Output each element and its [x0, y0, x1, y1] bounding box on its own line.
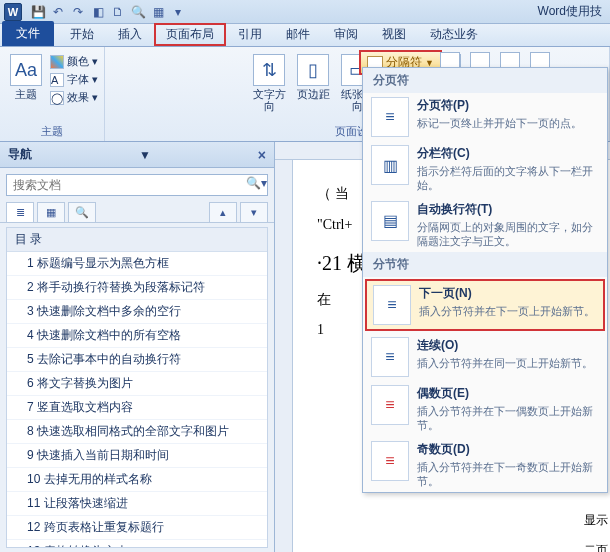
- text-direction-icon: ⇅: [253, 54, 285, 86]
- tab-dynamic[interactable]: 动态业务: [418, 23, 490, 46]
- toc-root[interactable]: 目 录: [7, 228, 267, 252]
- qat-icon[interactable]: 🔍: [130, 4, 146, 20]
- toc-item[interactable]: 4 快速删除文档中的所有空格: [7, 324, 267, 348]
- text-direction-button[interactable]: ⇅文字方向: [249, 50, 289, 112]
- themes-icon: Aa: [10, 54, 42, 86]
- qat-more-icon[interactable]: ▾: [170, 4, 186, 20]
- toc-list[interactable]: 目 录 1 标题编号显示为黑色方框2 将手动换行符替换为段落标记符3 快速删除文…: [6, 227, 268, 548]
- toc-item[interactable]: 7 竖直选取文档内容: [7, 396, 267, 420]
- ruler-vertical[interactable]: [275, 160, 293, 552]
- breaks-dropdown: 分页符 ≡ 分页符(P)标记一页终止并开始下一页的点。 ▥ 分栏符(C)指示分栏…: [362, 67, 608, 493]
- nav-prev[interactable]: ▴: [209, 202, 237, 222]
- nav-tab-headings[interactable]: ≣: [6, 202, 34, 222]
- window-title: Word使用技: [538, 3, 602, 20]
- even-page-icon: ≡: [371, 385, 409, 425]
- undo-icon[interactable]: ↶: [50, 4, 66, 20]
- fonts-icon: A: [50, 73, 64, 87]
- page-break-icon: ≡: [371, 97, 409, 137]
- nav-next[interactable]: ▾: [240, 202, 268, 222]
- chevron-down-icon: ▼: [425, 58, 434, 68]
- nav-header: 导航 ▼ ×: [0, 142, 274, 168]
- navigation-pane: 导航 ▼ × 🔍▾ ≣ ▦ 🔍 ▴ ▾ 目 录 1 标题编号显示为黑色方框2 将…: [0, 142, 275, 552]
- text-wrapping-icon: ▤: [371, 201, 409, 241]
- margins-icon: ▯: [297, 54, 329, 86]
- toc-item[interactable]: 6 将文字替换为图片: [7, 372, 267, 396]
- tab-references[interactable]: 引用: [226, 23, 274, 46]
- qat-icon[interactable]: 🗋: [110, 4, 126, 20]
- tab-page-layout[interactable]: 页面布局: [154, 23, 226, 46]
- close-icon[interactable]: ×: [258, 147, 266, 163]
- column-break-item[interactable]: ▥ 分栏符(C)指示分栏符后面的文字将从下一栏开始。: [363, 141, 607, 197]
- group-themes: Aa 主题 颜色▾ A字体▾ ◯效果▾ 主题: [0, 47, 105, 141]
- qat-icon[interactable]: ◧: [90, 4, 106, 20]
- section-header: 分页符: [363, 68, 607, 93]
- save-icon[interactable]: 💾: [30, 4, 46, 20]
- toc-item[interactable]: 12 跨页表格让重复标题行: [7, 516, 267, 540]
- section-header: 分节符: [363, 252, 607, 277]
- toc-item[interactable]: 11 让段落快速缩进: [7, 492, 267, 516]
- toc-item[interactable]: 10 去掉无用的样式名称: [7, 468, 267, 492]
- ribbon-tabs: 文件 开始 插入 页面布局 引用 邮件 审阅 视图 动态业务: [0, 24, 610, 47]
- effects-button[interactable]: ◯效果▾: [50, 90, 98, 105]
- tab-review[interactable]: 审阅: [322, 23, 370, 46]
- toc-item[interactable]: 8 快速选取相同格式的全部文字和图片: [7, 420, 267, 444]
- themes-button[interactable]: Aa 主题: [6, 50, 46, 100]
- colors-button[interactable]: 颜色▾: [50, 54, 98, 69]
- continuous-icon: ≡: [371, 337, 409, 377]
- column-break-icon: ▥: [371, 145, 409, 185]
- continuous-item[interactable]: ≡ 连续(O)插入分节符并在同一页上开始新节。: [363, 333, 607, 381]
- next-page-icon: ≡: [373, 285, 411, 325]
- toc-item[interactable]: 1 标题编号显示为黑色方框: [7, 252, 267, 276]
- toc-item[interactable]: 9 快速插入当前日期和时间: [7, 444, 267, 468]
- toc-item[interactable]: 13 表格转换为文本: [7, 540, 267, 548]
- nav-tab-pages[interactable]: ▦: [37, 202, 65, 222]
- quick-access-toolbar: 💾 ↶ ↷ ◧ 🗋 🔍 ▦ ▾: [30, 4, 186, 20]
- nav-tab-results[interactable]: 🔍: [68, 202, 96, 222]
- word-icon: W: [4, 3, 22, 21]
- odd-page-item[interactable]: ≡ 奇数页(D)插入分节符并在下一奇数页上开始新节。: [363, 437, 607, 493]
- search-icon[interactable]: 🔍▾: [246, 176, 267, 190]
- tab-file[interactable]: 文件: [2, 21, 54, 46]
- fonts-button[interactable]: A字体▾: [50, 72, 98, 87]
- tab-mailings[interactable]: 邮件: [274, 23, 322, 46]
- toc-item[interactable]: 3 快速删除文档中多余的空行: [7, 300, 267, 324]
- margins-button[interactable]: ▯页边距: [293, 50, 333, 100]
- colors-icon: [50, 55, 64, 69]
- search-input[interactable]: [6, 174, 268, 196]
- qat-icon[interactable]: ▦: [150, 4, 166, 20]
- text-wrapping-item[interactable]: ▤ 自动换行符(T)分隔网页上的对象周围的文字，如分隔题注文字与正文。: [363, 197, 607, 253]
- tab-home[interactable]: 开始: [58, 23, 106, 46]
- odd-page-icon: ≡: [371, 441, 409, 481]
- toc-item[interactable]: 2 将手动换行符替换为段落标记符: [7, 276, 267, 300]
- tab-insert[interactable]: 插入: [106, 23, 154, 46]
- nav-dropdown-icon[interactable]: ▼: [139, 148, 151, 162]
- even-page-item[interactable]: ≡ 偶数页(E)插入分节符并在下一偶数页上开始新节。: [363, 381, 607, 437]
- title-bar: W 💾 ↶ ↷ ◧ 🗋 🔍 ▦ ▾ Word使用技: [0, 0, 610, 24]
- next-page-item[interactable]: ≡ 下一页(N)插入分节符并在下一页上开始新节。: [365, 279, 605, 331]
- page-break-item[interactable]: ≡ 分页符(P)标记一页终止并开始下一页的点。: [363, 93, 607, 141]
- effects-icon: ◯: [50, 91, 64, 105]
- redo-icon[interactable]: ↷: [70, 4, 86, 20]
- nav-tabs: ≣ ▦ 🔍 ▴ ▾: [0, 202, 274, 223]
- toc-item[interactable]: 5 去除记事本中的自动换行符: [7, 348, 267, 372]
- tab-view[interactable]: 视图: [370, 23, 418, 46]
